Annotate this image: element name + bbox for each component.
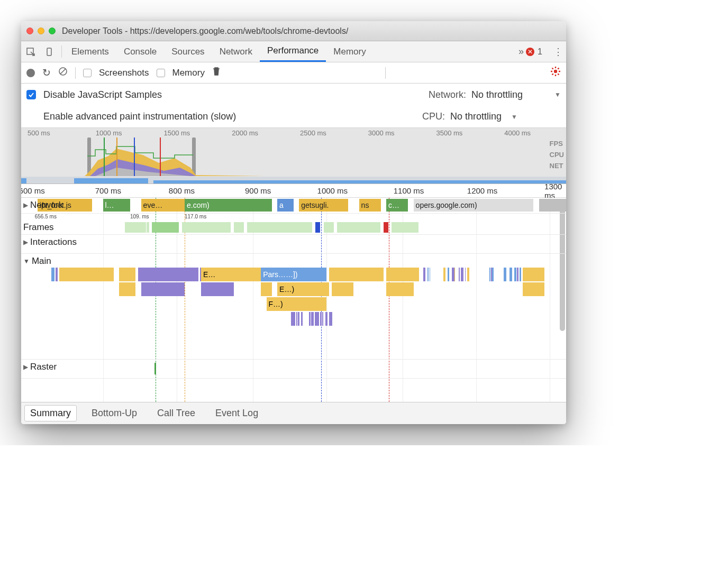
- network-block[interactable]: eve…: [141, 199, 185, 212]
- trash-icon[interactable]: [212, 67, 221, 79]
- tab-sources[interactable]: Sources: [164, 41, 212, 62]
- flamechart-area[interactable]: ▶Network ipt_foot.jsl…eve…e.com)agetsugl…: [21, 198, 566, 402]
- tab-event-log[interactable]: Event Log: [210, 406, 263, 421]
- error-icon: ✕: [526, 48, 534, 56]
- traffic-lights: [26, 27, 56, 34]
- network-block[interactable]: opers.google.com): [414, 199, 534, 212]
- tab-console[interactable]: Console: [116, 41, 164, 62]
- more-tabs-icon[interactable]: »: [518, 46, 524, 57]
- clear-icon[interactable]: [58, 67, 68, 79]
- network-block[interactable]: c…: [386, 199, 408, 212]
- record-icon[interactable]: [26, 69, 35, 77]
- raster-track[interactable]: ▶Raster: [21, 360, 566, 379]
- tab-elements[interactable]: Elements: [64, 41, 116, 62]
- network-throttle-label: Network:: [429, 89, 466, 100]
- svg-line-9: [552, 68, 553, 69]
- overview-ticks: 500 ms 1000 ms 1500 ms 2000 ms 2500 ms 3…: [21, 129, 566, 137]
- svg-line-12: [558, 68, 559, 69]
- network-block[interactable]: getsugli.: [299, 199, 348, 212]
- close-icon[interactable]: [26, 27, 33, 34]
- error-count: 1: [538, 47, 542, 57]
- options-row-1: Disable JavaScript Samples Network: No t…: [21, 84, 566, 106]
- tab-memory[interactable]: Memory: [326, 41, 373, 62]
- main-tabs: Elements Console Sources Network Perform…: [21, 41, 566, 62]
- expand-icon[interactable]: ▼: [23, 258, 30, 265]
- device-toggle-icon[interactable]: [40, 41, 59, 62]
- network-block[interactable]: a: [277, 199, 294, 212]
- detail-ruler[interactable]: 600 ms 700 ms 800 ms 900 ms 1000 ms 1100…: [21, 184, 566, 198]
- frames-track[interactable]: 656.5 ms Frames 109. ms 117.0 ms: [21, 214, 566, 235]
- tab-call-tree[interactable]: Call Tree: [152, 406, 201, 421]
- tab-network[interactable]: Network: [212, 41, 260, 62]
- memory-label: Memory: [172, 68, 205, 78]
- tab-bottom-up[interactable]: Bottom-Up: [86, 406, 142, 421]
- expand-icon[interactable]: ▶: [23, 201, 28, 209]
- titlebar: Developer Tools - https://developers.goo…: [21, 21, 566, 41]
- tab-performance[interactable]: Performance: [260, 41, 326, 62]
- network-block[interactable]: e.com): [185, 199, 272, 212]
- minimize-icon[interactable]: [38, 27, 44, 34]
- interactions-track[interactable]: ▶Interactions: [21, 235, 566, 254]
- svg-line-10: [558, 74, 559, 75]
- network-throttle-select[interactable]: No throttling: [471, 89, 523, 100]
- svg-rect-1: [47, 48, 51, 56]
- disable-js-samples-checkbox[interactable]: [26, 90, 36, 99]
- options-row-2: Enable advanced paint instrumentation (s…: [21, 106, 566, 128]
- zoom-icon[interactable]: [49, 27, 56, 34]
- disable-js-samples-label: Disable JavaScript Samples: [43, 89, 162, 100]
- cpu-throttle-select[interactable]: No throttling: [450, 111, 502, 122]
- adv-paint-label: Enable advanced paint instrumentation (s…: [43, 111, 236, 122]
- inspect-icon[interactable]: [21, 41, 40, 62]
- screenshots-checkbox[interactable]: [83, 69, 92, 77]
- dropdown-icon[interactable]: ▼: [511, 113, 517, 121]
- dropdown-icon[interactable]: ▼: [554, 91, 561, 98]
- details-tabs: Summary Bottom-Up Call Tree Event Log: [21, 402, 566, 424]
- network-block[interactable]: ns: [359, 199, 381, 212]
- devtools-window: Developer Tools - https://developers.goo…: [21, 21, 566, 424]
- expand-icon[interactable]: ▶: [23, 363, 28, 371]
- network-track[interactable]: ▶Network ipt_foot.jsl…eve…e.com)agetsugl…: [21, 198, 566, 214]
- svg-point-4: [554, 70, 557, 73]
- svg-line-11: [552, 74, 553, 75]
- screenshots-label: Screenshots: [99, 68, 149, 78]
- svg-line-3: [60, 69, 66, 74]
- kebab-menu-icon[interactable]: ⋮: [553, 46, 563, 58]
- main-track[interactable]: ▼Main E… Pars……]) E…) F…): [21, 254, 566, 360]
- memory-checkbox[interactable]: [157, 69, 165, 77]
- network-block[interactable]: l…: [103, 199, 131, 212]
- reload-icon[interactable]: ↻: [42, 67, 51, 79]
- adv-paint-checkbox[interactable]: [26, 112, 36, 122]
- cpu-chart: [85, 144, 265, 176]
- capture-settings-icon[interactable]: [550, 66, 561, 79]
- overview-pane[interactable]: 500 ms 1000 ms 1500 ms 2000 ms 2500 ms 3…: [21, 128, 566, 184]
- error-badge[interactable]: ✕ 1: [526, 47, 542, 57]
- expand-icon[interactable]: ▶: [23, 238, 28, 246]
- tab-summary[interactable]: Summary: [24, 405, 77, 421]
- performance-toolbar: ↻ Screenshots Memory: [21, 62, 566, 84]
- cpu-throttle-label: CPU:: [422, 111, 445, 122]
- window-title: Developer Tools - https://developers.goo…: [62, 26, 348, 36]
